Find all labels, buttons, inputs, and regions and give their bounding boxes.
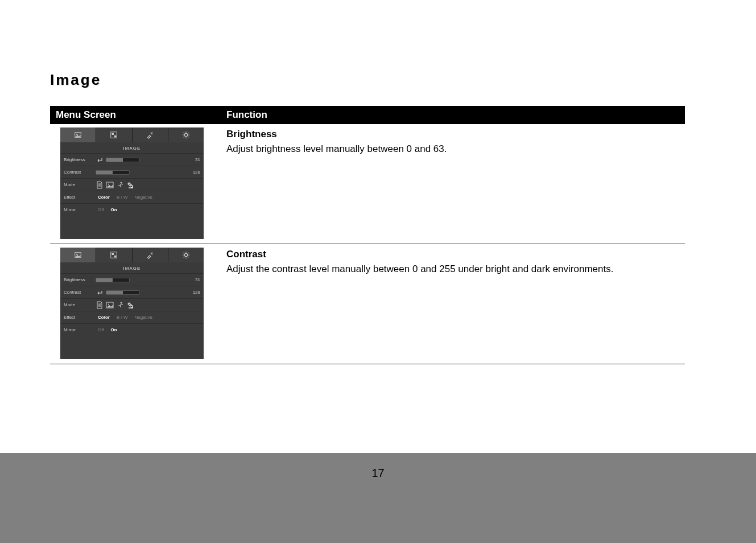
gear-icon xyxy=(182,251,190,259)
osd-rows: Brightness 31 xyxy=(60,153,204,216)
effect-option[interactable]: Color xyxy=(96,195,112,200)
document-icon[interactable] xyxy=(96,301,104,309)
function-title: Brightness xyxy=(226,129,679,140)
contrast-slider[interactable] xyxy=(106,290,140,295)
tab-presentation[interactable] xyxy=(96,248,132,262)
mirror-option[interactable]: On xyxy=(109,327,119,332)
osd-menu: IMAGE Brightness 31 C xyxy=(60,248,204,359)
runner-icon[interactable] xyxy=(116,181,124,189)
brightness-value: 31 xyxy=(188,157,200,162)
effect-option[interactable]: Color xyxy=(96,315,112,320)
osd-mid xyxy=(96,290,188,295)
runner-icon[interactable] xyxy=(116,301,124,309)
layout-icon xyxy=(110,131,118,139)
mirror-option[interactable]: On xyxy=(109,207,119,212)
osd-label: Brightness xyxy=(64,277,96,282)
picture-icon[interactable] xyxy=(106,301,114,309)
tab-image[interactable] xyxy=(60,248,96,262)
effect-option[interactable]: B / W xyxy=(114,195,130,200)
tab-tools[interactable] xyxy=(133,127,168,142)
osd-tabs xyxy=(60,248,204,262)
contrast-slider[interactable] xyxy=(96,170,130,175)
osd-row-effect[interactable]: Effect Color B / W Negative xyxy=(60,191,204,203)
table-row: IMAGE Brightness xyxy=(50,124,685,244)
tools-icon xyxy=(146,131,154,139)
svg-rect-4 xyxy=(114,135,117,138)
svg-point-40 xyxy=(121,302,122,303)
tab-tools[interactable] xyxy=(133,248,168,262)
tools-icon xyxy=(146,251,154,259)
osd-mid xyxy=(96,301,188,309)
osd-row-mirror[interactable]: Mirror Off On xyxy=(60,203,204,216)
osd-row-effect[interactable]: Effect Color B / W Negative xyxy=(60,311,204,323)
osd-label: Mirror xyxy=(64,327,96,332)
effect-option[interactable]: Negative xyxy=(132,195,155,200)
contrast-value: 128 xyxy=(188,290,200,295)
tab-image[interactable] xyxy=(60,127,96,142)
osd-label: Mirror xyxy=(64,207,96,212)
svg-line-12 xyxy=(184,137,184,137)
osd-row-mirror[interactable]: Mirror Off On xyxy=(60,323,204,336)
osd-mid xyxy=(96,181,188,189)
svg-line-32 xyxy=(188,257,188,257)
mirror-option[interactable]: Off xyxy=(96,207,106,212)
svg-point-39 xyxy=(108,303,109,305)
svg-line-11 xyxy=(188,137,188,137)
osd-rows: Brightness 31 Contrast xyxy=(60,273,204,336)
osd-mid: Off On xyxy=(96,207,188,212)
svg-point-26 xyxy=(184,253,187,256)
menu-screen-cell: IMAGE Brightness 31 C xyxy=(50,244,221,364)
osd-mid xyxy=(96,170,188,175)
tab-settings[interactable] xyxy=(168,127,204,142)
osd-title: IMAGE xyxy=(60,142,204,153)
section-title: Image xyxy=(50,71,685,89)
document-icon[interactable] xyxy=(96,181,104,189)
osd-mid xyxy=(96,157,188,163)
mirror-option[interactable]: Off xyxy=(96,327,106,332)
contrast-value: 128 xyxy=(188,170,200,175)
svg-rect-24 xyxy=(112,253,114,256)
osd-label: Effect xyxy=(64,315,96,320)
osd-title: IMAGE xyxy=(60,262,204,273)
osd-label: Effect xyxy=(64,195,96,200)
osd-label: Contrast xyxy=(64,290,96,295)
header-function: Function xyxy=(221,106,685,124)
osd-label: Mode xyxy=(64,182,96,187)
svg-line-33 xyxy=(184,257,184,257)
function-description: Adjust brightness level manually between… xyxy=(226,143,679,155)
osd-row-contrast[interactable]: Contrast 128 xyxy=(60,286,204,298)
tab-presentation[interactable] xyxy=(96,127,132,142)
svg-line-10 xyxy=(184,133,184,133)
content-area: Image Menu Screen Function xyxy=(50,71,685,364)
brightness-slider[interactable] xyxy=(106,158,140,162)
osd-label: Brightness xyxy=(64,157,96,162)
function-cell: Brightness Adjust brightness level manua… xyxy=(221,124,685,244)
page-footer: 17 xyxy=(0,453,756,543)
image-icon xyxy=(74,131,82,139)
microscope-icon[interactable] xyxy=(126,301,134,309)
osd-label: Contrast xyxy=(64,170,96,175)
brightness-value: 31 xyxy=(188,277,200,282)
layout-icon xyxy=(110,251,118,259)
enter-icon xyxy=(96,157,104,163)
function-title: Contrast xyxy=(226,249,679,260)
enter-icon xyxy=(96,290,104,295)
svg-rect-3 xyxy=(112,133,114,135)
svg-point-1 xyxy=(76,134,77,135)
osd-menu: IMAGE Brightness xyxy=(60,127,204,239)
microscope-icon[interactable] xyxy=(126,181,134,189)
osd-label: Mode xyxy=(64,302,96,307)
osd-row-mode[interactable]: Mode xyxy=(60,178,204,191)
effect-option[interactable]: B / W xyxy=(114,315,130,320)
brightness-slider[interactable] xyxy=(96,278,130,282)
osd-row-mode[interactable]: Mode xyxy=(60,298,204,311)
osd-mid xyxy=(96,278,188,282)
picture-icon[interactable] xyxy=(106,181,114,189)
tab-settings[interactable] xyxy=(168,248,204,262)
osd-row-brightness[interactable]: Brightness 31 xyxy=(60,153,204,166)
osd-row-brightness[interactable]: Brightness 31 xyxy=(60,273,204,286)
effect-option[interactable]: Negative xyxy=(132,315,155,320)
osd-row-contrast[interactable]: Contrast 128 xyxy=(60,166,204,178)
doc-table: Menu Screen Function xyxy=(50,106,685,364)
svg-line-31 xyxy=(184,253,184,253)
